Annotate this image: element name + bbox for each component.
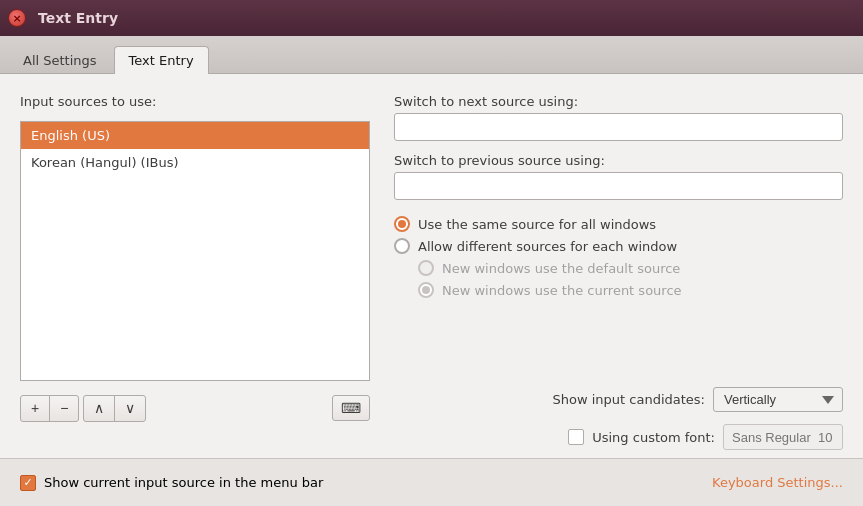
- custom-font-checkbox-wrap: [568, 429, 584, 445]
- radio-default-source-label: New windows use the default source: [442, 261, 680, 276]
- right-panel: Switch to next source using: Switch to p…: [394, 94, 843, 450]
- main-content: Input sources to use: English (US) Korea…: [0, 74, 863, 506]
- titlebar: × Text Entry: [0, 0, 863, 36]
- tabbar: All Settings Text Entry: [0, 36, 863, 74]
- radio-current-source-label: New windows use the current source: [442, 283, 682, 298]
- candidates-dropdown[interactable]: Vertically Horizontally None: [713, 387, 843, 412]
- list-item[interactable]: Korean (Hangul) (IBus): [21, 149, 369, 176]
- tab-text-entry[interactable]: Text Entry: [114, 46, 209, 74]
- close-icon: ×: [12, 12, 21, 25]
- show-source-label: Show current input source in the menu ba…: [44, 475, 323, 490]
- switch-prev-input[interactable]: [394, 172, 843, 200]
- custom-font-checkbox[interactable]: [568, 429, 584, 445]
- window-title: Text Entry: [38, 10, 118, 26]
- radio-current-source: New windows use the current source: [418, 282, 843, 298]
- list-item[interactable]: English (US): [21, 122, 369, 149]
- bottom-bar: Show current input source in the menu ba…: [0, 458, 863, 506]
- candidates-row: Show input candidates: Vertically Horizo…: [394, 387, 843, 412]
- show-source-checkbox[interactable]: [20, 475, 36, 491]
- move-down-button[interactable]: ∨: [115, 396, 145, 421]
- switch-prev-group: Switch to previous source using:: [394, 153, 843, 200]
- switch-next-input[interactable]: [394, 113, 843, 141]
- remove-button[interactable]: −: [50, 396, 78, 421]
- input-sources-list[interactable]: English (US) Korean (Hangul) (IBus): [20, 121, 370, 381]
- source-mode-group: Use the same source for all windows Allo…: [394, 216, 843, 298]
- move-up-button[interactable]: ∧: [84, 396, 115, 421]
- close-button[interactable]: ×: [8, 9, 26, 27]
- custom-font-input[interactable]: [723, 424, 843, 450]
- radio-same-source-circle: [394, 216, 410, 232]
- custom-font-label: Using custom font:: [592, 430, 715, 445]
- radio-default-source: New windows use the default source: [418, 260, 843, 276]
- show-candidates-label: Show input candidates:: [553, 392, 705, 407]
- switch-next-label: Switch to next source using:: [394, 94, 843, 109]
- move-group: ∧ ∨: [83, 395, 146, 422]
- add-button[interactable]: +: [21, 396, 50, 421]
- left-panel: Input sources to use: English (US) Korea…: [20, 94, 370, 450]
- input-sources-label: Input sources to use:: [20, 94, 370, 109]
- show-source-row: Show current input source in the menu ba…: [20, 475, 323, 491]
- radio-diff-sources-label: Allow different sources for each window: [418, 239, 677, 254]
- tab-all-settings[interactable]: All Settings: [8, 46, 112, 74]
- sub-radio-group: New windows use the default source New w…: [418, 260, 843, 298]
- switch-prev-label: Switch to previous source using:: [394, 153, 843, 168]
- radio-current-source-circle: [418, 282, 434, 298]
- keyboard-settings-link[interactable]: Keyboard Settings...: [712, 475, 843, 490]
- keyboard-button[interactable]: ⌨: [332, 395, 370, 421]
- custom-font-row: Using custom font:: [394, 424, 843, 450]
- radio-diff-sources-circle: [394, 238, 410, 254]
- radio-diff-sources[interactable]: Allow different sources for each window: [394, 238, 843, 254]
- add-remove-group: + −: [20, 395, 79, 422]
- list-toolbar: + − ∧ ∨ ⌨: [20, 395, 370, 422]
- switch-next-group: Switch to next source using:: [394, 94, 843, 141]
- radio-same-source[interactable]: Use the same source for all windows: [394, 216, 843, 232]
- radio-same-source-label: Use the same source for all windows: [418, 217, 656, 232]
- radio-default-source-circle: [418, 260, 434, 276]
